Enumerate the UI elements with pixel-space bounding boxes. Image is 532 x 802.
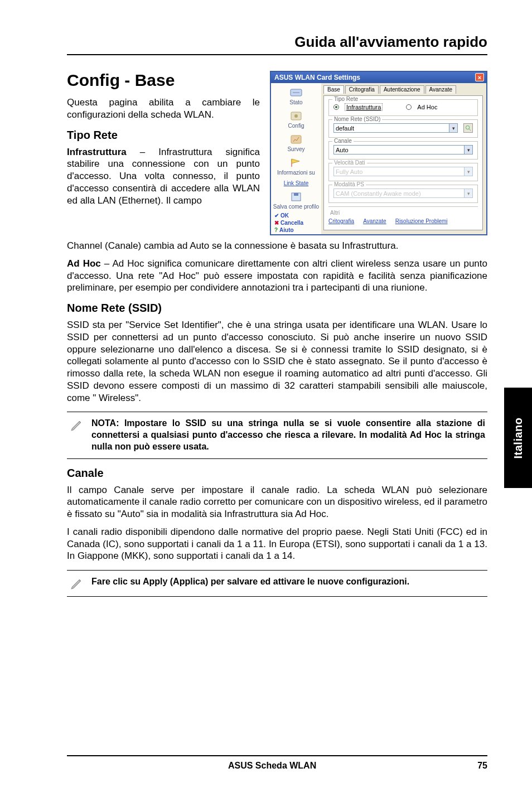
pencil-icon [69, 576, 85, 591]
window-main: Base Critografia Autenticazione Avanzate… [321, 83, 486, 234]
window-sidebar: Stato Config Survey [271, 83, 321, 234]
svg-point-6 [466, 125, 469, 129]
dialog-buttons: ✔ OK ✖ Cancella ? Aiuto [271, 212, 321, 233]
group-velocita: Velocità Dati Fully Auto ▾ [328, 163, 478, 181]
intro-row: Config - Base Questa pagina abilita a ca… [67, 71, 487, 235]
footer-title: ASUS Scheda WLAN [67, 761, 477, 771]
sidebar-label-survey: Survey [287, 146, 304, 152]
panel-base: Tipo Rete Infrastruttura Ad Hoc [323, 95, 483, 230]
language-tab-label: Italiano [512, 417, 525, 458]
section-title: Config - Base [67, 71, 260, 90]
tab-base[interactable]: Base [323, 85, 344, 94]
page-footer: ASUS Scheda WLAN 75 [67, 755, 487, 771]
radio-infrastruttura[interactable] [333, 104, 339, 110]
velocita-dropdown[interactable]: Fully Auto ▾ [333, 167, 473, 176]
group-altri: Altri Critografia Avanzate Risoluzione P… [328, 206, 478, 224]
sidebar-label-link: Link State [284, 180, 308, 186]
sidebar-label-info: Informazioni su [277, 170, 315, 176]
window-titlebar: ASUS WLAN Card Settings × [271, 72, 486, 83]
tab-avanzate[interactable]: Avanzate [425, 85, 457, 94]
adhoc-paragraph: Ad Hoc – Ad Hoc significa comunicare dir… [67, 258, 487, 294]
canale-heading: Canale [67, 467, 487, 480]
radio-row: Infrastruttura Ad Hoc [333, 103, 473, 111]
ssid-search-button[interactable] [463, 123, 473, 133]
survey-icon [289, 133, 303, 146]
link-critografia[interactable]: Critografia [328, 218, 354, 224]
radio-label-adhoc: Ad Hoc [417, 104, 437, 110]
language-tab: Italiano [504, 388, 532, 488]
ok-button[interactable]: ✔ OK [274, 212, 289, 219]
settings-window: ASUS WLAN Card Settings × Stato Config [270, 71, 487, 235]
note-1-text: NOTA: Impostare lo SSID su una stringa n… [91, 418, 485, 452]
group-nome-rete: Nome Rete (SSID) default ▾ [328, 119, 478, 138]
velocita-value: Fully Auto [336, 168, 362, 175]
group-modalita: Modalità PS CAM (Constantly Awake mode) … [328, 185, 478, 203]
sidebar-item-info[interactable]: Informazioni su [272, 156, 320, 177]
svg-point-2 [294, 114, 298, 118]
sidebar-item-config[interactable]: Config [272, 109, 320, 130]
infra-paragraph: Infrastruttura – Infrastruttura signific… [67, 146, 260, 207]
tabs-row: Base Critografia Autenticazione Avanzate [323, 85, 483, 94]
group-label-canale: Canale [332, 138, 354, 144]
group-label-modalita: Modalità PS [332, 181, 366, 187]
cancel-button[interactable]: ✖ Cancella [274, 220, 303, 226]
chevron-down-icon: ▾ [464, 189, 472, 197]
infra-label: Infrastruttura [67, 147, 127, 157]
channel-line: Channel (Canale) cambia ad Auto se la co… [67, 240, 487, 252]
chevron-down-icon: ▾ [464, 167, 472, 176]
canale-value: Auto [336, 147, 349, 153]
page-header-title: Guida all'avviamento rapido [294, 33, 487, 51]
infra-dash: – [127, 147, 158, 157]
group-canale: Canale Auto ▾ [328, 141, 478, 160]
chevron-down-icon: ▾ [464, 146, 472, 154]
sidebar-label-save: Salva come profilo [273, 204, 319, 210]
adhoc-text: – Ad Hoc significa comunicare direttamen… [67, 258, 487, 293]
sidebar-item-link-state[interactable]: Link State [272, 179, 320, 187]
intro-paragraph: Questa pagina abilita a cambiare le conf… [67, 96, 260, 121]
group-label-altri: Altri [328, 210, 341, 216]
canale-paragraph-1: Il campo Canale serve per impostare il c… [67, 484, 487, 520]
group-label-nome-rete: Nome Rete (SSID) [332, 116, 382, 122]
tipo-rete-heading: Tipo Rete [67, 129, 260, 142]
tab-critografia[interactable]: Critografia [345, 85, 379, 94]
modalita-dropdown[interactable]: CAM (Constantly Awake mode) ▾ [333, 189, 473, 198]
sidebar-label-stato: Stato [289, 99, 302, 105]
radio-adhoc[interactable] [406, 104, 412, 110]
note-2-text: Fare clic su Apply (Applica) per salvare… [91, 576, 409, 588]
link-avanzate[interactable]: Avanzate [363, 218, 386, 224]
config-icon [289, 110, 303, 122]
sidebar-item-stato[interactable]: Stato [272, 85, 320, 107]
sidebar-label-config: Config [288, 123, 304, 129]
flag-icon [289, 157, 303, 169]
group-tipo-rete: Tipo Rete Infrastruttura Ad Hoc [328, 99, 478, 116]
content: Guida all'avviamento rapido Config - Bas… [67, 33, 487, 671]
window-body: Stato Config Survey [271, 83, 486, 234]
sidebar-item-save[interactable]: Salva come profilo [272, 190, 320, 211]
header-bar: Guida all'avviamento rapido [67, 33, 487, 55]
close-button[interactable]: × [475, 73, 484, 81]
note-block-2: Fare clic su Apply (Applica) per salvare… [67, 570, 487, 597]
svg-rect-5 [294, 193, 298, 196]
modalita-value: CAM (Constantly Awake mode) [336, 190, 421, 197]
adhoc-label: Ad Hoc [67, 258, 101, 269]
page: Italiano Guida all'avviamento rapido Con… [0, 0, 532, 802]
chevron-down-icon: ▾ [449, 124, 457, 132]
canale-paragraph-2: I canali radio disponibili dipendono dal… [67, 526, 487, 562]
ssid-value: default [336, 125, 354, 132]
radio-label-infrastruttura: Infrastruttura [345, 103, 383, 111]
status-icon [289, 86, 303, 99]
footer-page-number: 75 [477, 761, 487, 771]
svg-rect-3 [291, 136, 301, 143]
ssid-dropdown[interactable]: default ▾ [333, 123, 458, 133]
note-block-1: NOTA: Impostare lo SSID su una stringa n… [67, 412, 487, 458]
link-problemi[interactable]: Risoluzione Problemi [395, 218, 448, 224]
sidebar-item-survey[interactable]: Survey [272, 132, 320, 153]
canale-dropdown[interactable]: Auto ▾ [333, 145, 473, 154]
help-button[interactable]: ? Aiuto [274, 227, 294, 233]
group-label-tipo-rete: Tipo Rete [332, 96, 360, 102]
tab-autenticazione[interactable]: Autenticazione [380, 85, 424, 94]
ssid-paragraph: SSID sta per "Service Set Identifier", c… [67, 319, 487, 404]
other-buttons-row: Critografia Avanzate Risoluzione Problem… [328, 216, 478, 224]
save-icon [289, 191, 303, 203]
pencil-icon [69, 418, 85, 432]
